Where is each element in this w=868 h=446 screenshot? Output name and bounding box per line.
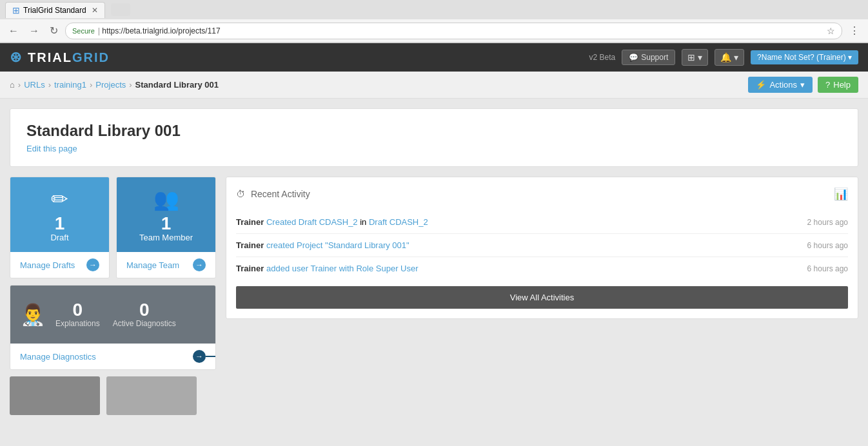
browser-tab[interactable]: ⊞ TrialGrid Standard ✕ [5, 2, 105, 18]
breadcrumb-urls[interactable]: URLs [24, 80, 45, 90]
app-header: ⊛ TRIAL GRID v2 Beta 💬 Support ⊞ ▾ 🔔 ▾ ?… [0, 43, 868, 72]
tab-title: TrialGrid Standard [23, 6, 86, 15]
logo-trial: TRIAL [28, 50, 72, 65]
activity-in-1: in [360, 217, 369, 227]
breadcrumb-sep-2: › [48, 80, 51, 90]
activity-title: ⏱ Recent Activity [236, 189, 310, 199]
manage-drafts-link[interactable]: Manage Drafts [20, 260, 75, 270]
user-label: ?Name Not Set? (Trainer) [757, 53, 846, 62]
drafts-icon: ✏ [51, 187, 68, 211]
diagnostics-person-icon: 👨‍⚕️ [20, 302, 46, 327]
actions-button[interactable]: ⚡ Actions ▾ [748, 77, 813, 93]
annotation-line [206, 356, 216, 357]
url-divider: | [98, 26, 100, 35]
active-label: Active Diagnostics [113, 319, 176, 328]
annotation-area: → [193, 350, 206, 363]
notifications-button[interactable]: 🔔 ▾ [715, 49, 744, 66]
active-number: 0 [113, 301, 176, 319]
team-card: 👥 1 Team Member Manage Team → [116, 177, 216, 278]
metric-cards-row: ✏ 1 Draft Manage Drafts → 👥 1 Team Membe… [10, 177, 216, 278]
content-grid: ✏ 1 Draft Manage Drafts → 👥 1 Team Membe… [10, 177, 858, 415]
support-button[interactable]: 💬 Support [622, 50, 675, 65]
page-title: Standard Library 001 [26, 122, 842, 140]
diagnostics-top: 👨‍⚕️ 0 Explanations 0 Active Diagnostics [10, 286, 215, 344]
explanations-label: Explanations [55, 319, 100, 328]
grid-menu-button[interactable]: ⊞ ▾ [682, 49, 708, 66]
breadcrumb-home-icon[interactable]: ⌂ [10, 80, 15, 90]
browser-chrome: ⊞ TrialGrid Standard ✕ ← → ↻ Secure | ht… [0, 0, 868, 43]
activity-header: ⏱ Recent Activity 📊 [236, 187, 848, 201]
browser-title-bar: ⊞ TrialGrid Standard ✕ [0, 0, 868, 19]
team-card-top: 👥 1 Team Member [117, 177, 215, 252]
menu-button[interactable]: ⋮ [846, 23, 863, 38]
right-panel: ⏱ Recent Activity 📊 Trainer Created Draf… [226, 177, 858, 415]
drafts-card-bottom: Manage Drafts → [10, 252, 109, 278]
breadcrumb-sep-1: › [18, 80, 21, 90]
view-all-activities-button[interactable]: View All Activities [236, 286, 848, 309]
activity-row-2: Trainer created Project "Standard Librar… [236, 234, 848, 257]
explanations-number: 0 [55, 301, 100, 319]
help-label: Help [833, 80, 851, 90]
manage-diagnostics-link[interactable]: Manage Diagnostics [20, 352, 96, 362]
diag-stats: 0 Explanations 0 Active Diagnostics [55, 301, 176, 328]
activity-actor-2: Trainer [236, 240, 264, 250]
diag-arrow-icon[interactable]: → [193, 350, 206, 363]
left-panel: ✏ 1 Draft Manage Drafts → 👥 1 Team Membe… [10, 177, 216, 415]
activity-link-3[interactable]: added user Trainer with Role Super User [266, 264, 419, 273]
breadcrumb-sep-4: › [129, 80, 132, 90]
activity-card: ⏱ Recent Activity 📊 Trainer Created Draf… [226, 177, 858, 319]
support-label: Support [641, 53, 668, 62]
activity-time-1: 2 hours ago [807, 218, 848, 227]
activity-desc-2: Trainer created Project "Standard Librar… [236, 240, 409, 250]
tab-icon: ⊞ [12, 5, 20, 15]
manage-team-link[interactable]: Manage Team [126, 260, 179, 270]
activity-actor-1: Trainer [236, 217, 264, 227]
activity-link-1a[interactable]: Created Draft CDASH_2 [266, 217, 358, 227]
breadcrumb-actions: ⚡ Actions ▾ ? Help [748, 77, 858, 93]
secure-badge: Secure [72, 27, 95, 35]
actions-caret: ▾ [800, 80, 805, 90]
bookmark-icon[interactable]: ☆ [827, 26, 835, 36]
activity-link-2[interactable]: created Project "Standard Library 001" [266, 240, 409, 250]
team-number: 1 [161, 215, 172, 233]
activity-actor-3: Trainer [236, 264, 264, 273]
support-icon: 💬 [629, 53, 638, 62]
drafts-card-top: ✏ 1 Draft [10, 177, 109, 252]
logo-icon: ⊛ [10, 49, 23, 66]
drafts-card: ✏ 1 Draft Manage Drafts → [10, 177, 110, 278]
breadcrumb-training[interactable]: training1 [54, 80, 86, 90]
refresh-button[interactable]: ↻ [46, 23, 61, 38]
activity-desc-1: Trainer Created Draft CDASH_2 in Draft C… [236, 217, 428, 227]
header-right: v2 Beta 💬 Support ⊞ ▾ 🔔 ▾ ?Name Not Set?… [589, 49, 858, 66]
user-menu-button[interactable]: ?Name Not Set? (Trainer) ▾ [751, 50, 858, 64]
help-button[interactable]: ? Help [818, 77, 858, 93]
activity-time-2: 6 hours ago [807, 241, 848, 250]
diagnostics-bottom: Manage Diagnostics → [10, 344, 215, 369]
bolt-icon: ⚡ [756, 80, 766, 90]
drafts-arrow-icon[interactable]: → [86, 258, 99, 271]
diagnostics-card: 👨‍⚕️ 0 Explanations 0 Active Diagnostics [10, 285, 216, 370]
activity-row-3: Trainer added user Trainer with Role Sup… [236, 257, 848, 280]
team-arrow-icon[interactable]: → [193, 258, 206, 271]
edit-page-link[interactable]: Edit this page [26, 144, 77, 153]
bottom-cards [10, 376, 216, 415]
chart-icon[interactable]: 📊 [834, 187, 848, 201]
page-title-card: Standard Library 001 Edit this page [10, 108, 858, 167]
bottom-card-2 [106, 376, 197, 415]
breadcrumb-projects[interactable]: Projects [95, 80, 126, 90]
activity-desc-3: Trainer added user Trainer with Role Sup… [236, 264, 419, 273]
explanations-stat: 0 Explanations [55, 301, 100, 328]
clock-icon: ⏱ [236, 189, 245, 199]
activity-link-1b[interactable]: Draft CDASH_2 [369, 217, 428, 227]
tab-close-button[interactable]: ✕ [92, 6, 98, 15]
new-tab-button[interactable] [111, 3, 130, 16]
breadcrumb-current: Standard Library 001 [135, 80, 219, 90]
breadcrumb: ⌂ › URLs › training1 › Projects › Standa… [10, 80, 219, 90]
logo-grid: GRID [72, 50, 110, 65]
forward-button[interactable]: → [26, 24, 43, 38]
address-url: https://beta.trialgrid.io/projects/117 [102, 26, 220, 35]
team-icon: 👥 [153, 187, 179, 211]
back-button[interactable]: ← [5, 24, 22, 38]
address-bar[interactable]: Secure | https://beta.trialgrid.io/proje… [65, 23, 842, 39]
drafts-number: 1 [55, 215, 65, 233]
